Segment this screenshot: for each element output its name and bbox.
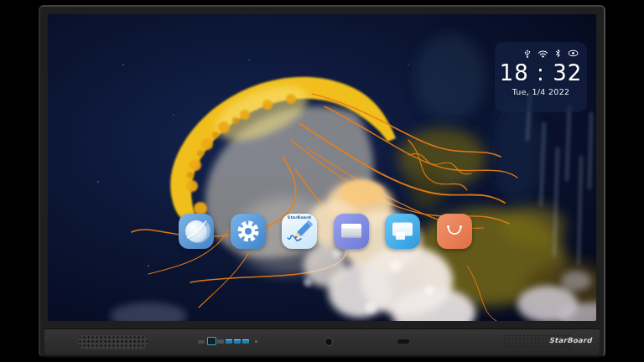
usb-port-3 xyxy=(242,339,249,344)
clock-widget[interactable]: 18 : 32 Tue, 1/4 2022 xyxy=(495,42,587,112)
bottom-panel: StarBoard xyxy=(44,328,600,354)
brand-logo: StarBoard xyxy=(549,336,592,344)
interactive-display-device: 18 : 32 Tue, 1/4 2022 xyxy=(39,5,605,358)
power-button[interactable] xyxy=(325,338,333,346)
dock-icon-file-manager[interactable] xyxy=(334,214,369,249)
status-icon-row xyxy=(495,42,587,58)
display-screen: 18 : 32 Tue, 1/4 2022 xyxy=(48,14,596,321)
bluetooth-icon xyxy=(555,49,561,58)
hdmi-port-2 xyxy=(217,339,224,344)
ir-sensor-window xyxy=(397,339,409,344)
usb-icon xyxy=(524,49,531,59)
dock-icon-screen-share[interactable] xyxy=(385,214,420,249)
product-photo-stage: 18 : 32 Tue, 1/4 2022 xyxy=(0,0,644,362)
speaker-grille-left xyxy=(78,335,148,349)
app-dock: StarBoard xyxy=(179,214,472,249)
microphone-hole xyxy=(255,340,257,343)
dock-icon-settings[interactable] xyxy=(231,214,266,249)
dock-icon-app-store[interactable] xyxy=(437,214,472,249)
pencil-icon xyxy=(282,214,317,249)
shopping-bag-icon xyxy=(437,214,472,249)
folder-box-icon xyxy=(334,214,369,249)
usb-port-2 xyxy=(234,339,241,344)
wifi-icon xyxy=(538,49,548,58)
dual-screen-icon xyxy=(385,214,420,249)
globe-icon xyxy=(179,214,214,249)
lan-port xyxy=(207,337,216,345)
clock-date: Tue, 1/4 2022 xyxy=(495,87,587,96)
usb-port-1 xyxy=(226,339,232,344)
eye-protection-icon xyxy=(568,49,579,57)
dock-icon-browser[interactable] xyxy=(179,214,214,249)
dock-icon-whiteboard[interactable]: StarBoard xyxy=(282,214,317,249)
gear-icon xyxy=(231,214,266,249)
clock-time: 18 : 32 xyxy=(495,60,587,85)
hdmi-port xyxy=(198,340,205,344)
